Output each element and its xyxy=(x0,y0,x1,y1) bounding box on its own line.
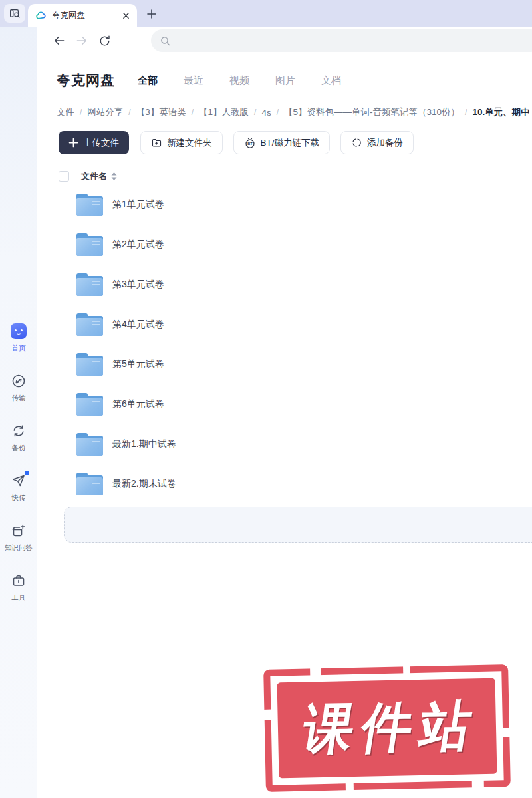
filter-tabs: 全部 最近 视频 图片 文档 xyxy=(138,74,367,87)
upload-file-label: 上传文件 xyxy=(83,137,119,149)
folder-row[interactable]: 第4单元试卷 xyxy=(37,305,532,344)
sidebar-item-label: 工具 xyxy=(12,593,26,602)
tab-title: 夸克网盘 xyxy=(52,10,120,21)
breadcrumb-item[interactable]: 文件 xyxy=(57,106,74,118)
knowledge-box-icon xyxy=(10,522,27,539)
folder-row[interactable]: 最新2.期末试卷 xyxy=(37,464,532,504)
folder-row[interactable]: 最新1.期中试卷 xyxy=(37,424,532,464)
breadcrumb-item[interactable]: 【5】资料包——单词-音频笔记等（310份） xyxy=(284,106,460,118)
folder-name: 最新1.期中试卷 xyxy=(112,438,176,450)
svg-text:BT: BT xyxy=(247,142,253,146)
folder-name: 第5单元试卷 xyxy=(112,358,164,370)
sidebar-item-tools[interactable]: 工具 xyxy=(0,572,37,602)
browser-search-bar[interactable] xyxy=(151,29,532,52)
tab-search-button[interactable] xyxy=(4,4,25,23)
window-search-icon xyxy=(9,7,21,19)
refresh-icon xyxy=(98,35,111,47)
folder-icon xyxy=(76,353,103,376)
breadcrumb-separator: / xyxy=(128,108,130,117)
tab-close-button[interactable] xyxy=(120,9,132,21)
back-button[interactable] xyxy=(50,31,68,50)
folder-name: 第3单元试卷 xyxy=(112,279,164,291)
filename-column-header: 文件名 xyxy=(81,170,107,182)
upload-file-button[interactable]: 上传文件 xyxy=(59,131,129,154)
sync-icon xyxy=(10,422,27,440)
toolbox-icon xyxy=(10,572,27,589)
folder-icon xyxy=(76,313,103,336)
folder-icon xyxy=(76,433,103,456)
forward-button[interactable] xyxy=(72,31,91,50)
quark-cloud-favicon xyxy=(35,10,47,21)
browser-tab-active[interactable]: 夸克网盘 xyxy=(28,4,137,27)
folder-row[interactable]: 第3单元试卷 xyxy=(37,265,532,305)
file-list: 第1单元试卷 第2单元试卷 第3单元试卷 第4单元试卷 第5单元试卷 xyxy=(37,182,532,504)
file-list-header: 文件名 xyxy=(37,154,532,182)
sidebar-item-label: 知识问答 xyxy=(5,543,33,553)
new-folder-button[interactable]: 新建文件夹 xyxy=(140,131,223,154)
folder-row[interactable]: 第2单元试卷 xyxy=(37,225,532,265)
search-input[interactable] xyxy=(176,36,532,46)
folder-icon xyxy=(76,194,103,216)
breadcrumb-separator: / xyxy=(80,108,82,117)
tab-video[interactable]: 视频 xyxy=(229,74,249,87)
home-icon xyxy=(10,323,27,340)
breadcrumb-separator: / xyxy=(465,108,467,117)
breadcrumb-item[interactable]: 【1】人教版 xyxy=(199,106,249,118)
sidebar: 首页 传输 备份 xyxy=(0,27,37,798)
folder-icon xyxy=(76,273,103,296)
forward-arrow-icon xyxy=(75,34,88,47)
tab-all[interactable]: 全部 xyxy=(138,74,158,87)
sort-icon[interactable] xyxy=(111,172,117,180)
folder-name: 最新2.期末试卷 xyxy=(112,478,176,490)
folder-name: 第2单元试卷 xyxy=(112,239,164,251)
tab-document[interactable]: 文档 xyxy=(321,74,341,87)
page-header: 夸克网盘 全部 最近 视频 图片 文档 xyxy=(37,55,532,90)
folder-icon xyxy=(76,393,103,416)
breadcrumb-separator: / xyxy=(192,108,194,117)
browser-navbar xyxy=(37,27,532,55)
sidebar-item-transfer[interactable]: 传输 xyxy=(0,372,37,403)
folder-icon xyxy=(76,473,103,495)
close-icon xyxy=(122,12,130,19)
breadcrumb-item[interactable]: 4s xyxy=(261,108,271,118)
folder-name: 第6单元试卷 xyxy=(112,398,164,410)
bt-magnet-download-button[interactable]: BT BT/磁力链下载 xyxy=(233,131,331,154)
sidebar-item-label: 备份 xyxy=(12,444,26,453)
bt-icon: BT xyxy=(244,137,256,149)
folder-row[interactable]: 第1单元试卷 xyxy=(37,185,532,225)
folder-name: 第4单元试卷 xyxy=(112,319,164,331)
breadcrumb-separator: / xyxy=(254,108,256,117)
select-all-checkbox[interactable] xyxy=(59,171,69,182)
folder-icon xyxy=(76,233,103,256)
folder-row[interactable]: 第6单元试卷 xyxy=(37,384,532,424)
sidebar-item-label: 首页 xyxy=(12,344,26,353)
browser-tab-bar: 夸克网盘 xyxy=(0,0,532,27)
screen: 夸克网盘 首页 xyxy=(0,0,532,798)
folder-name: 第1单元试卷 xyxy=(112,199,164,211)
tab-recent[interactable]: 最近 xyxy=(184,74,203,87)
sidebar-item-home[interactable]: 首页 xyxy=(0,323,37,353)
breadcrumb-separator: / xyxy=(277,108,279,117)
add-backup-label: 添加备份 xyxy=(367,137,403,149)
sidebar-item-quick-send[interactable]: 快传 xyxy=(0,472,37,503)
breadcrumb-current: 10.单元、期中 xyxy=(472,106,529,118)
breadcrumb-item[interactable]: 【3】英语类 xyxy=(136,106,186,118)
sidebar-item-knowledge-qa[interactable]: 知识问答 xyxy=(0,522,37,553)
folder-row[interactable]: 第5单元试卷 xyxy=(37,344,532,384)
upload-dropzone[interactable] xyxy=(64,507,532,543)
new-tab-button[interactable] xyxy=(142,5,161,23)
sidebar-item-label: 传输 xyxy=(12,394,26,403)
search-icon xyxy=(160,35,171,47)
transfer-icon xyxy=(10,372,27,390)
refresh-button[interactable] xyxy=(95,31,114,50)
tab-image[interactable]: 图片 xyxy=(275,74,295,87)
breadcrumb-item[interactable]: 网站分享 xyxy=(87,106,123,118)
bt-magnet-download-label: BT/磁力链下载 xyxy=(261,137,320,149)
page-title: 夸克网盘 xyxy=(57,71,115,90)
back-arrow-icon xyxy=(53,34,66,47)
sidebar-item-backup[interactable]: 备份 xyxy=(0,422,37,453)
notification-dot xyxy=(25,471,29,475)
new-folder-label: 新建文件夹 xyxy=(167,137,212,149)
add-backup-button[interactable]: 添加备份 xyxy=(340,131,414,154)
folder-plus-icon xyxy=(151,137,162,148)
